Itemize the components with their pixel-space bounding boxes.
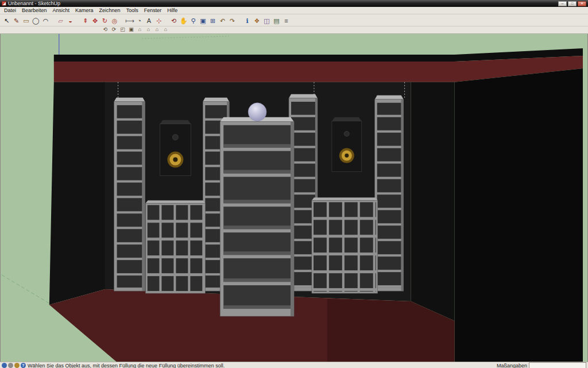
menu-tools[interactable]: Tools [123,7,141,13]
maximize-button[interactable]: □ [568,1,577,6]
left-view-button[interactable]: ⌂ [153,26,161,33]
menu-kamera[interactable]: Kamera [72,7,96,13]
window-title: Unbenannt - SketchUp [8,0,556,7]
speaker-right[interactable] [332,117,362,172]
status-message: Wählen Sie das Objekt aus, mit dessen Fü… [28,363,225,368]
minimize-button[interactable]: ─ [558,1,567,6]
arc-tool[interactable]: ◠ [41,16,51,25]
close-button[interactable]: ✕ [578,1,586,6]
menu-hilfe[interactable]: Hilfe [164,7,180,13]
zoom-extents-tool[interactable]: ⊞ [208,16,218,25]
shelf-tower-left[interactable] [114,98,145,291]
top-view-button[interactable]: ▣ [127,26,136,33]
speaker-left[interactable] [160,120,191,176]
sketchup-app-icon [2,1,6,6]
menu-fenster[interactable]: Fenster [141,7,165,13]
menu-datei[interactable]: Datei [1,7,19,13]
back-view-button[interactable]: ⌂ [161,26,170,33]
protractor-tool[interactable]: ◔ [134,16,144,25]
front-view-button[interactable]: ⌂ [136,26,144,33]
menu-zeichnen[interactable]: Zeichnen [96,7,123,13]
shelf-tower-right[interactable] [375,95,404,291]
tape-measure-tool[interactable]: ⟼ [125,16,134,25]
menu-ansicht[interactable]: Ansicht [50,7,73,13]
pan-tool[interactable]: ✋ [179,16,188,25]
bookcase-center[interactable] [220,117,294,316]
offset-tool[interactable]: ◎ [110,16,119,25]
help-icon[interactable]: ? [21,363,26,368]
menubar: DateiBearbeitenAnsichtKameraZeichnenTool… [0,7,588,14]
orbit-tool[interactable]: ⟲ [169,16,179,25]
statusbar: ? Wählen Sie das Objekt aus, mit dessen … [0,362,588,368]
circle-tool[interactable]: ◯ [31,16,41,25]
text-tool[interactable]: A [144,16,154,25]
eraser-tool[interactable]: ▱ [56,16,65,25]
styles-tool[interactable]: ▤ [272,16,281,25]
model-canvas [1,34,587,362]
rectangle-tool[interactable]: ▭ [21,16,31,25]
components-tool[interactable]: ◫ [262,16,272,25]
select-tool[interactable]: ↖ [2,16,11,25]
zoom-window-tool[interactable]: ▣ [198,16,208,25]
materials-tool[interactable]: ❖ [252,16,262,25]
camera-next-button[interactable]: ⟳ [110,26,118,33]
line-tool[interactable]: ✎ [11,16,21,25]
paint-bucket-tool[interactable]: ◒ [65,16,75,25]
titlebar: Unbenannt - SketchUp ─ □ ✕ [0,0,588,7]
camera-previous-button[interactable]: ⟲ [101,26,110,33]
views-toolbar: ⟲⟳◰▣⌂⌂⌂⌂ [0,26,588,34]
sphere-lamp[interactable] [248,103,266,121]
push-pull-tool[interactable]: ⇞ [80,16,90,25]
geolocation-icon[interactable] [2,363,7,368]
window-controls: ─ □ ✕ [558,1,586,6]
measurements-label: Maßangaben [497,363,527,368]
viewport-3d[interactable] [0,34,588,362]
layers-tool[interactable]: ≡ [281,16,291,25]
menu-bearbeiten[interactable]: Bearbeiten [19,7,50,13]
credits-icon[interactable] [8,363,13,368]
axes-tool[interactable]: ⊹ [154,16,164,25]
main-toolbar: ↖✎▭◯◠▱◒⇞✥↻◎⟼◔A⊹⟲✋⚲▣⊞↶↷ℹ❖◫▤≡ [0,14,588,26]
rotate-tool[interactable]: ↻ [100,16,110,25]
next-view-tool[interactable]: ↷ [227,16,237,25]
model-info-tool[interactable]: ℹ [242,16,252,25]
cube-shelf-grid-right[interactable] [312,197,378,293]
previous-view-tool[interactable]: ↶ [218,16,227,25]
move-tool[interactable]: ✥ [90,16,100,25]
zoom-tool[interactable]: ⚲ [188,16,198,25]
sign-in-icon[interactable] [14,363,20,368]
measurements-input[interactable] [529,362,586,368]
cube-shelf-grid-left[interactable] [146,200,206,293]
statusbar-icons: ? [2,363,26,368]
right-view-button[interactable]: ⌂ [144,26,153,33]
sketchup-window: Unbenannt - SketchUp ─ □ ✕ DateiBearbeit… [0,0,588,368]
iso-view-button[interactable]: ◰ [118,26,127,33]
